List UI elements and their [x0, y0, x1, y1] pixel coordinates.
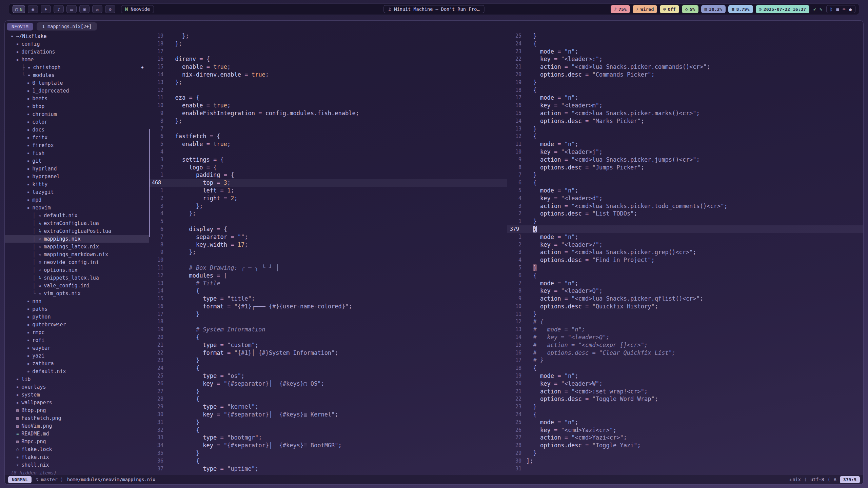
tab-mappings-nix[interactable]: 1 mappings.nix[2+] — [37, 22, 97, 30]
tree-item[interactable]: │ λextraConfigLuaPost.lua — [5, 227, 149, 235]
cpu-module[interactable]: ▦8.79% — [728, 5, 753, 13]
code-line: 7 mode = "n"; — [507, 280, 863, 287]
tree-item[interactable]: └ ▪modules — [5, 71, 149, 79]
tree-guide: │ — [33, 251, 39, 258]
workspace-3[interactable]: ♦ — [41, 5, 51, 13]
clock-module[interactable]: ◷2025-07-22 16:37 — [756, 5, 809, 13]
tree-item[interactable]: ├ ▪christoph● — [5, 63, 149, 71]
tree-item[interactable]: ▨FastFetch.png — [5, 414, 149, 422]
line-number: 6 — [507, 179, 526, 187]
terminal-icon: ▢ — [15, 7, 18, 12]
workspace-1[interactable]: ▢N — [13, 5, 25, 13]
image-file-icon: ▨ — [16, 416, 19, 421]
tree-item[interactable]: ▪home — [5, 56, 149, 63]
tree-item[interactable]: │ ✳options.nix — [5, 266, 149, 274]
tree-item[interactable]: ▪config — [5, 40, 149, 48]
code-line: 15 # action = "<cmd>cexpr []<cr>"; — [507, 341, 863, 349]
line-number: 16 — [507, 102, 526, 109]
tree-item[interactable]: ▪color — [5, 118, 149, 126]
line-number: 4 — [149, 148, 168, 156]
tree-item[interactable]: │ ⚙neovide_config.ini — [5, 258, 149, 266]
tree-item[interactable]: │ ✳mappings_latex.nix — [5, 243, 149, 250]
tree-item[interactable]: ▪derivations — [5, 48, 149, 56]
tree-item[interactable]: ▪fish — [5, 149, 149, 157]
tree-item[interactable]: ▪wallpapers — [5, 399, 149, 406]
ini-file-icon: ⚙ — [39, 260, 41, 265]
tree-item[interactable]: ▨NeoVim.png — [5, 422, 149, 430]
battery-module[interactable]: ✿5% — [682, 5, 698, 13]
tree-item[interactable]: ▪python — [5, 313, 149, 321]
tree-item[interactable]: ▪yazi — [5, 352, 149, 360]
tree-item[interactable]: ▪nnn — [5, 297, 149, 305]
tree-item[interactable]: ▪1_deprecated — [5, 87, 149, 95]
tree-item[interactable]: ▪waybar — [5, 344, 149, 352]
tree-item[interactable]: ▪system — [5, 391, 149, 399]
tree-item[interactable]: ✳default.nix — [5, 367, 149, 375]
bluetooth-icon[interactable]: ᛒ — [830, 7, 833, 12]
editor-right[interactable]: 25 }24 {23 mode = "n";22 key = "<leader>… — [507, 32, 863, 475]
tree-item[interactable]: ▪mpd — [5, 196, 149, 204]
tree-item[interactable]: ▪rmpc — [5, 328, 149, 336]
focused-window-widget[interactable]: N Neovide — [121, 5, 154, 13]
tree-item[interactable]: └ ✳vim_opts.nix — [5, 289, 149, 297]
tree-item[interactable]: ▪neovim — [5, 204, 149, 211]
tree-item[interactable]: ▪overlays — [5, 383, 149, 391]
notification-bell-icon[interactable]: ● — [849, 7, 852, 12]
tree-item[interactable]: ≡README.md — [5, 430, 149, 438]
tree-item[interactable]: │ ⚙vale_config.ini — [5, 282, 149, 289]
display-icon[interactable]: ▦ — [836, 7, 839, 12]
line-number: 4 — [507, 195, 526, 202]
memory-module[interactable]: ▤30.2% — [701, 5, 726, 13]
tree-item[interactable]: │ λextraConfigLua.lua — [5, 219, 149, 227]
tree-item[interactable]: ▪rofi — [5, 336, 149, 344]
network-module[interactable]: ⚡Wired — [633, 5, 657, 13]
editor-middle[interactable]: 19 };18 };1716 direnv = {15 enable = tru… — [149, 32, 507, 475]
workspace-2[interactable]: ◉ — [28, 5, 38, 13]
notifications-module[interactable]: ⊘Off — [660, 5, 679, 13]
workspace-8[interactable]: ⚙ — [105, 5, 115, 13]
workspace-7[interactable]: ✉ — [92, 5, 102, 13]
line-number: 17 — [507, 357, 526, 364]
code-line: 16 # options.desc = "Clear Quickfix List… — [507, 349, 863, 357]
statusline: NORMAL ⌥ master ) home/modules/neovim/ma… — [5, 475, 863, 484]
tree-item[interactable]: ▪beets — [5, 95, 149, 102]
workspace-4[interactable]: ♪ — [54, 5, 64, 13]
tree-item[interactable]: ▨Btop.png — [5, 406, 149, 414]
keyboard-icon[interactable]: ⌨ — [843, 7, 845, 12]
tree-item[interactable]: ▪btop — [5, 102, 149, 110]
tree-item[interactable]: ▪chromium — [5, 110, 149, 118]
volume-module[interactable]: ♪75% — [611, 5, 630, 13]
edit-icon[interactable]: ✎ — [820, 7, 822, 12]
workspace-5[interactable]: ☰ — [66, 5, 77, 13]
tree-item[interactable]: ▪zathura — [5, 360, 149, 367]
tree-item[interactable]: ▪docs — [5, 126, 149, 134]
workspace-6[interactable]: ▣ — [79, 5, 90, 13]
tree-item[interactable]: │ ✳default.nix — [5, 211, 149, 219]
nix-file-icon: ✳ — [39, 291, 41, 296]
tree-item[interactable]: ✳shell.nix — [5, 461, 149, 469]
tree-item[interactable]: ▪~/NixFlake — [5, 32, 149, 40]
tree-item[interactable]: ▪lib — [5, 375, 149, 383]
tree-guide: │ — [33, 220, 39, 226]
tree-item[interactable]: ▪0_template — [5, 79, 149, 87]
tree-item[interactable]: ▪kitty — [5, 180, 149, 188]
tree-item[interactable]: ▪hyprland — [5, 165, 149, 172]
tree-item[interactable]: │ λsnippets_latex.lua — [5, 274, 149, 282]
tree-item[interactable]: ▪hyprpanel — [5, 172, 149, 180]
tree-item[interactable]: ✳flake.nix — [5, 453, 149, 461]
media-widget[interactable]: ♫ Minuit Machine – Don't Run Fro… — [383, 5, 484, 13]
code-line: 10 enable = true; — [149, 102, 507, 109]
tree-item[interactable]: ▨Rmpc.png — [5, 438, 149, 445]
tree-item[interactable]: ▪git — [5, 157, 149, 165]
folder-icon: ▪ — [27, 151, 29, 156]
tree-item[interactable]: ▪firefox — [5, 141, 149, 149]
tree-item[interactable]: │ ✳mappings.nix — [5, 235, 149, 243]
tree-item[interactable]: │ ✳mappings_markdown.nix — [5, 250, 149, 258]
check-icon[interactable]: ✔ — [813, 7, 816, 12]
scroll-indicator[interactable] — [149, 129, 150, 237]
tree-item[interactable]: ▪qutebrowser — [5, 321, 149, 328]
tree-item[interactable]: ▪lazygit — [5, 188, 149, 196]
tree-item[interactable]: ▪paths — [5, 305, 149, 313]
tree-item[interactable]: ◌flake.lock — [5, 445, 149, 453]
tree-item[interactable]: ▪fcitx — [5, 134, 149, 141]
